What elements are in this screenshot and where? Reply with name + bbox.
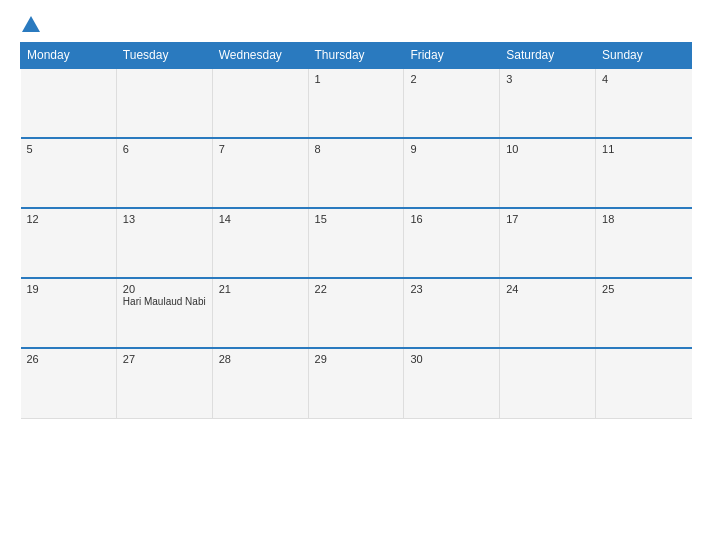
day-number: 14 bbox=[219, 213, 302, 225]
day-number: 22 bbox=[315, 283, 398, 295]
day-number: 15 bbox=[315, 213, 398, 225]
calendar-cell bbox=[116, 68, 212, 138]
col-header-saturday: Saturday bbox=[500, 43, 596, 69]
calendar-cell: 15 bbox=[308, 208, 404, 278]
calendar-cell: 19 bbox=[21, 278, 117, 348]
col-header-friday: Friday bbox=[404, 43, 500, 69]
calendar-cell: 14 bbox=[212, 208, 308, 278]
day-number: 25 bbox=[602, 283, 685, 295]
calendar-week-row: 567891011 bbox=[21, 138, 692, 208]
calendar-cell: 26 bbox=[21, 348, 117, 418]
calendar-cell bbox=[596, 348, 692, 418]
calendar-cell: 22 bbox=[308, 278, 404, 348]
day-number: 8 bbox=[315, 143, 398, 155]
calendar-cell: 27 bbox=[116, 348, 212, 418]
day-number: 16 bbox=[410, 213, 493, 225]
calendar-cell: 6 bbox=[116, 138, 212, 208]
day-number: 4 bbox=[602, 73, 685, 85]
calendar-cell: 30 bbox=[404, 348, 500, 418]
calendar-cell: 25 bbox=[596, 278, 692, 348]
day-number: 20 bbox=[123, 283, 206, 295]
day-number: 12 bbox=[27, 213, 110, 225]
calendar-cell: 11 bbox=[596, 138, 692, 208]
calendar-cell: 13 bbox=[116, 208, 212, 278]
calendar-week-row: 2627282930 bbox=[21, 348, 692, 418]
day-number: 6 bbox=[123, 143, 206, 155]
calendar-cell bbox=[212, 68, 308, 138]
logo-triangle-icon bbox=[22, 16, 40, 32]
calendar-cell: 29 bbox=[308, 348, 404, 418]
day-number: 27 bbox=[123, 353, 206, 365]
calendar-cell: 3 bbox=[500, 68, 596, 138]
col-header-wednesday: Wednesday bbox=[212, 43, 308, 69]
calendar-cell bbox=[500, 348, 596, 418]
day-number: 24 bbox=[506, 283, 589, 295]
col-header-thursday: Thursday bbox=[308, 43, 404, 69]
col-header-monday: Monday bbox=[21, 43, 117, 69]
calendar-cell: 10 bbox=[500, 138, 596, 208]
day-number: 7 bbox=[219, 143, 302, 155]
day-number: 13 bbox=[123, 213, 206, 225]
calendar-cell: 2 bbox=[404, 68, 500, 138]
day-number: 5 bbox=[27, 143, 110, 155]
calendar-cell: 8 bbox=[308, 138, 404, 208]
calendar-cell: 20Hari Maulaud Nabi bbox=[116, 278, 212, 348]
calendar-cell: 7 bbox=[212, 138, 308, 208]
calendar-cell: 28 bbox=[212, 348, 308, 418]
header bbox=[20, 18, 692, 32]
calendar-table: MondayTuesdayWednesdayThursdayFridaySatu… bbox=[20, 42, 692, 419]
day-number: 23 bbox=[410, 283, 493, 295]
day-number: 1 bbox=[315, 73, 398, 85]
calendar-cell: 16 bbox=[404, 208, 500, 278]
calendar-cell: 12 bbox=[21, 208, 117, 278]
calendar-cell: 9 bbox=[404, 138, 500, 208]
calendar-cell: 21 bbox=[212, 278, 308, 348]
calendar-cell: 23 bbox=[404, 278, 500, 348]
day-number: 11 bbox=[602, 143, 685, 155]
day-number: 17 bbox=[506, 213, 589, 225]
col-header-tuesday: Tuesday bbox=[116, 43, 212, 69]
day-number: 19 bbox=[27, 283, 110, 295]
day-number: 28 bbox=[219, 353, 302, 365]
calendar-cell bbox=[21, 68, 117, 138]
calendar-cell: 4 bbox=[596, 68, 692, 138]
calendar-week-row: 1234 bbox=[21, 68, 692, 138]
calendar-week-row: 1920Hari Maulaud Nabi2122232425 bbox=[21, 278, 692, 348]
calendar-cell: 1 bbox=[308, 68, 404, 138]
event-label: Hari Maulaud Nabi bbox=[123, 296, 206, 307]
day-number: 3 bbox=[506, 73, 589, 85]
day-number: 30 bbox=[410, 353, 493, 365]
calendar-cell: 17 bbox=[500, 208, 596, 278]
day-number: 18 bbox=[602, 213, 685, 225]
day-number: 9 bbox=[410, 143, 493, 155]
day-number: 29 bbox=[315, 353, 398, 365]
day-number: 2 bbox=[410, 73, 493, 85]
calendar-week-row: 12131415161718 bbox=[21, 208, 692, 278]
day-number: 26 bbox=[27, 353, 110, 365]
day-number: 10 bbox=[506, 143, 589, 155]
calendar-cell: 24 bbox=[500, 278, 596, 348]
col-header-sunday: Sunday bbox=[596, 43, 692, 69]
logo bbox=[20, 18, 40, 32]
calendar-page: MondayTuesdayWednesdayThursdayFridaySatu… bbox=[0, 0, 712, 550]
calendar-header-row: MondayTuesdayWednesdayThursdayFridaySatu… bbox=[21, 43, 692, 69]
calendar-cell: 5 bbox=[21, 138, 117, 208]
calendar-cell: 18 bbox=[596, 208, 692, 278]
day-number: 21 bbox=[219, 283, 302, 295]
